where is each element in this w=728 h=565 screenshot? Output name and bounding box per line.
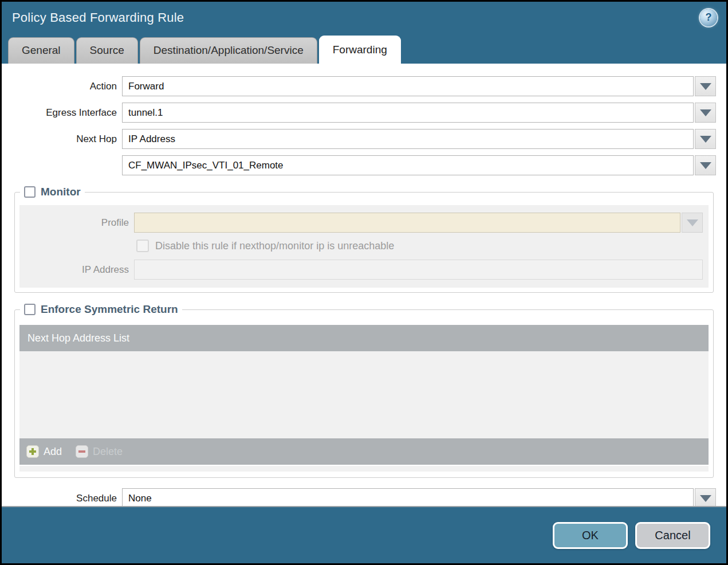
disable-rule-row: Disable this rule if nexthop/monitor ip … — [136, 240, 709, 252]
next-hop-address-row: CF_MWAN_IPsec_VTI_01_Remote — [12, 155, 716, 175]
enforce-symmetric-return-group: Enforce Symmetric Return Next Hop Addres… — [14, 303, 714, 478]
profile-row: Profile — [19, 213, 703, 233]
profile-dropdown-button — [682, 213, 703, 233]
egress-interface-label: Egress Interface — [12, 107, 122, 119]
monitor-ip-address-field — [134, 260, 703, 280]
dialog-policy-based-forwarding-rule: Policy Based Forwarding Rule ? General S… — [2, 2, 726, 563]
titlebar: Policy Based Forwarding Rule ? — [2, 2, 726, 33]
chevron-down-icon — [687, 219, 698, 226]
enforce-symmetric-return-checkbox[interactable] — [24, 304, 36, 315]
profile-label: Profile — [19, 217, 134, 229]
next-hop-address-list-body[interactable] — [19, 351, 709, 438]
disable-rule-checkbox — [136, 240, 149, 252]
tab-general[interactable]: General — [8, 37, 74, 64]
profile-field — [134, 213, 680, 233]
schedule-label: Schedule — [12, 493, 122, 504]
monitor-legend: Monitor — [20, 186, 85, 198]
tab-source[interactable]: Source — [76, 37, 138, 64]
action-field[interactable]: Forward — [122, 76, 694, 96]
tab-panel-forwarding: Action Forward Egress Interface tunnel.1… — [2, 64, 726, 507]
enforce-symmetric-return-legend-label: Enforce Symmetric Return — [41, 303, 178, 316]
next-hop-type-dropdown-button[interactable] — [695, 129, 716, 149]
dialog-footer: OK Cancel — [2, 507, 726, 563]
cancel-button[interactable]: Cancel — [635, 522, 710, 549]
monitor-checkbox[interactable] — [24, 186, 36, 198]
monitor-group: Monitor Profile Disable this rule if nex… — [14, 186, 714, 293]
action-dropdown-button[interactable] — [695, 76, 716, 96]
dialog-title: Policy Based Forwarding Rule — [12, 10, 184, 25]
egress-interface-dropdown-button[interactable] — [695, 103, 716, 123]
monitor-panel: Profile Disable this rule if nexthop/mon… — [19, 205, 709, 288]
chevron-down-icon — [700, 136, 711, 143]
action-row: Action Forward — [12, 76, 716, 96]
add-button[interactable]: Add — [26, 445, 62, 458]
monitor-ip-address-row: IP Address — [19, 260, 703, 280]
help-icon[interactable]: ? — [700, 9, 717, 26]
next-hop-address-list-toolbar: Add Delete — [19, 438, 709, 465]
next-hop-type-field[interactable]: IP Address — [122, 129, 694, 149]
tab-bar: General Source Destination/Application/S… — [2, 33, 726, 64]
next-hop-address-list-table: Next Hop Address List Add Delete — [19, 325, 709, 472]
schedule-dropdown-button[interactable] — [695, 488, 716, 507]
add-button-label: Add — [44, 446, 62, 458]
chevron-down-icon — [700, 109, 711, 116]
chevron-down-icon — [700, 162, 711, 169]
delete-button-label: Delete — [93, 446, 123, 458]
plus-icon — [26, 445, 39, 458]
tab-destination-application-service[interactable]: Destination/Application/Service — [140, 37, 317, 64]
action-label: Action — [12, 81, 122, 92]
ok-button[interactable]: OK — [553, 522, 628, 549]
next-hop-address-dropdown-button[interactable] — [695, 155, 716, 175]
table-bottom-strip — [19, 466, 709, 472]
tab-forwarding[interactable]: Forwarding — [319, 36, 401, 64]
next-hop-row: Next Hop IP Address — [12, 129, 716, 149]
minus-icon — [76, 445, 88, 458]
next-hop-label: Next Hop — [12, 134, 122, 145]
schedule-field[interactable]: None — [122, 488, 694, 507]
monitor-ip-address-label: IP Address — [19, 264, 134, 276]
enforce-symmetric-return-legend: Enforce Symmetric Return — [20, 303, 182, 316]
chevron-down-icon — [700, 83, 711, 90]
egress-interface-field[interactable]: tunnel.1 — [122, 103, 694, 123]
disable-rule-label: Disable this rule if nexthop/monitor ip … — [155, 240, 394, 252]
next-hop-address-list-header: Next Hop Address List — [19, 325, 709, 351]
monitor-legend-label: Monitor — [41, 186, 81, 198]
chevron-down-icon — [700, 495, 711, 502]
next-hop-address-field[interactable]: CF_MWAN_IPsec_VTI_01_Remote — [122, 155, 694, 175]
delete-button: Delete — [76, 445, 123, 458]
schedule-row: Schedule None — [12, 488, 716, 507]
egress-interface-row: Egress Interface tunnel.1 — [12, 103, 716, 123]
